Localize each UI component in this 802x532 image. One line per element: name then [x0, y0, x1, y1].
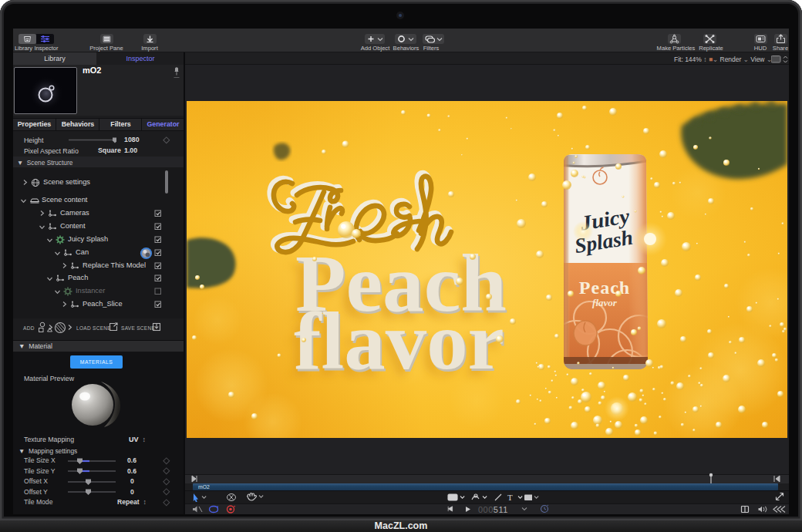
svg-text:T: T — [507, 493, 513, 502]
svg-text:Peach: Peach — [579, 278, 630, 298]
svg-text:flavor: flavor — [294, 296, 504, 386]
svg-text:flavor: flavor — [592, 297, 618, 308]
